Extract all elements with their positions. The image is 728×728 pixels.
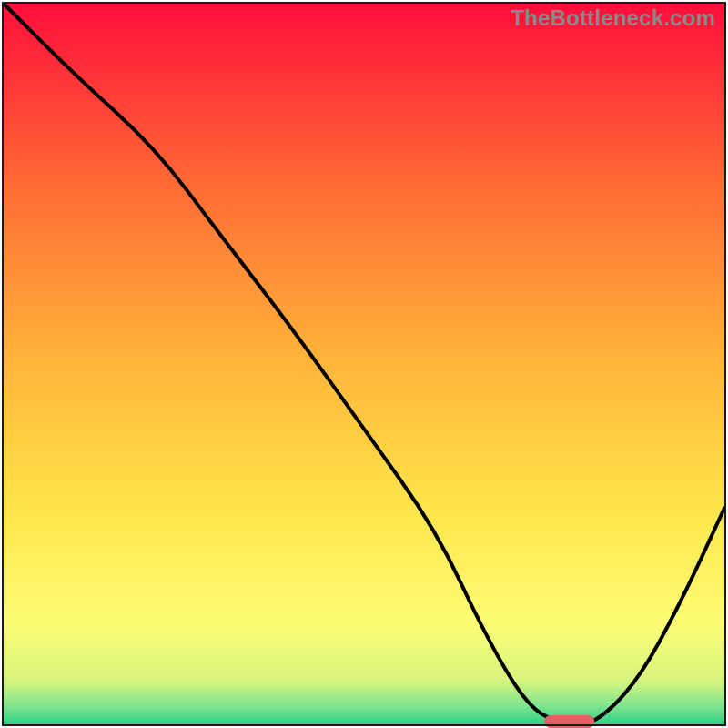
bottleneck-chart: TheBottleneck.com — [0, 0, 728, 728]
svg-rect-0 — [4, 4, 724, 724]
chart-border — [2, 724, 726, 726]
chart-border — [2, 2, 726, 4]
gradient-background — [0, 0, 728, 728]
chart-border — [2, 2, 4, 726]
chart-border — [724, 2, 726, 726]
